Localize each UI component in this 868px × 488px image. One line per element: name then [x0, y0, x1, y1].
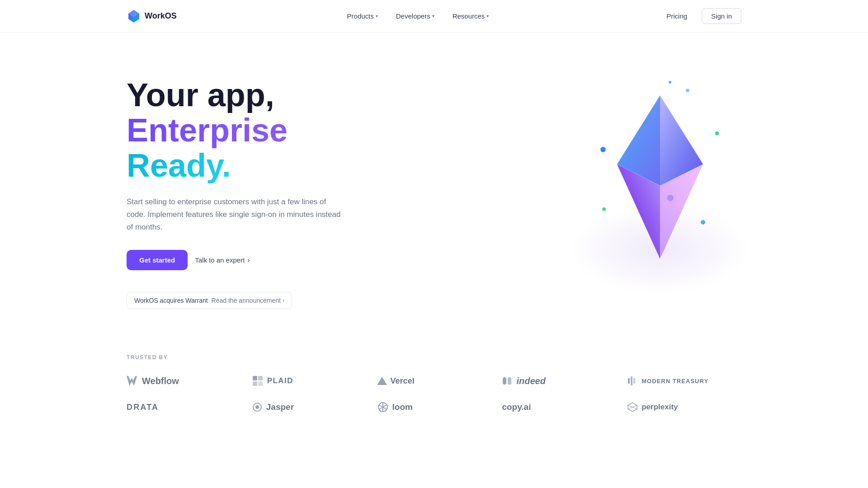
products-nav-item[interactable]: Products ▾ — [340, 9, 385, 23]
svg-rect-14 — [253, 381, 257, 386]
vercel-text: Vercel — [391, 376, 415, 386]
navbar: WorkOS Products ▾ Developers ▾ Resources… — [0, 0, 868, 33]
trusted-section: TRUSTED BY Webflow PLAID Vercel — [0, 336, 868, 440]
enterprise-text: Enterprise — [127, 112, 288, 148]
developers-chevron-icon: ▾ — [432, 14, 434, 19]
webflow-icon — [127, 376, 138, 386]
vercel-logo: Vercel — [377, 376, 491, 386]
workos-logo-icon — [127, 9, 141, 23]
pricing-nav-item[interactable]: Pricing — [659, 9, 694, 23]
svg-rect-15 — [258, 381, 263, 386]
hero-visual — [524, 51, 796, 304]
hero-content: Your app, Enterprise Ready. Start sellin… — [127, 69, 398, 309]
resources-chevron-icon: ▾ — [486, 14, 489, 19]
jasper-icon — [252, 402, 263, 413]
jasper-text: Jasper — [266, 402, 294, 412]
webflow-text: Webflow — [142, 376, 179, 386]
svg-marker-16 — [377, 377, 387, 385]
signin-button[interactable]: Sign in — [702, 8, 741, 24]
announcement-label: WorkOS acquires Warrant — [134, 297, 208, 304]
announcement-chevron-icon: › — [283, 297, 284, 304]
diamond-shape-container — [588, 87, 732, 267]
perplexity-text: perplexity — [642, 403, 678, 412]
drata-logo: DRATA — [127, 403, 241, 412]
svg-rect-19 — [628, 378, 630, 384]
loom-icon — [377, 401, 389, 413]
dot-decoration-3 — [669, 81, 671, 84]
plaid-icon — [252, 375, 264, 387]
indeed-icon — [502, 375, 513, 386]
announcement-link: Read the announcement › — [212, 297, 284, 304]
perplexity-logo: perplexity — [627, 402, 741, 413]
logos-grid: Webflow PLAID Vercel indeed — [127, 375, 741, 413]
hero-description: Start selling to enterprise customers wi… — [127, 196, 344, 234]
webflow-logo: Webflow — [127, 376, 241, 386]
logo-link[interactable]: WorkOS — [127, 9, 177, 23]
perplexity-icon — [627, 402, 638, 413]
announcement-banner[interactable]: WorkOS acquires Warrant Read the announc… — [127, 292, 292, 309]
svg-rect-20 — [631, 376, 632, 385]
modern-treasury-icon — [627, 375, 638, 386]
ready-text: Ready. — [127, 147, 231, 183]
arrow-right-icon: › — [247, 256, 250, 264]
products-chevron-icon: ▾ — [376, 14, 378, 19]
jasper-logo: Jasper — [252, 402, 366, 413]
trusted-label: TRUSTED BY — [127, 354, 741, 361]
plaid-text: PLAID — [267, 376, 293, 385]
indeed-text: indeed — [516, 376, 545, 386]
svg-rect-18 — [508, 377, 511, 385]
vercel-icon — [377, 376, 387, 386]
resources-nav-item[interactable]: Resources ▾ — [445, 9, 496, 23]
hero-title: Your app, Enterprise Ready. — [127, 78, 398, 183]
svg-point-23 — [255, 405, 259, 409]
drata-text: DRATA — [127, 403, 159, 412]
loom-text: loom — [392, 402, 413, 412]
logo-text: WorkOS — [145, 11, 177, 21]
loom-logo: loom — [377, 401, 491, 413]
copyai-text: copy.ai — [502, 402, 531, 412]
svg-rect-13 — [258, 376, 263, 380]
indeed-logo: indeed — [502, 375, 616, 386]
nav-right: Pricing Sign in — [659, 8, 741, 24]
get-started-button[interactable]: Get started — [127, 250, 188, 270]
hero-buttons: Get started Talk to an expert › — [127, 250, 398, 270]
copyai-logo: copy.ai — [502, 402, 616, 412]
developers-nav-item[interactable]: Developers ▾ — [389, 9, 442, 23]
svg-rect-12 — [253, 376, 257, 380]
plaid-logo: PLAID — [252, 375, 366, 387]
modern-treasury-logo: MODERN TREASURY — [627, 375, 741, 386]
diamond-glow — [570, 204, 750, 295]
svg-rect-17 — [503, 377, 506, 385]
hero-section: Your app, Enterprise Ready. Start sellin… — [0, 33, 868, 336]
modern-treasury-text: MODERN TREASURY — [642, 378, 708, 385]
nav-links: Products ▾ Developers ▾ Resources ▾ — [340, 9, 496, 23]
talk-to-expert-button[interactable]: Talk to an expert › — [195, 256, 250, 264]
svg-rect-21 — [633, 378, 635, 384]
